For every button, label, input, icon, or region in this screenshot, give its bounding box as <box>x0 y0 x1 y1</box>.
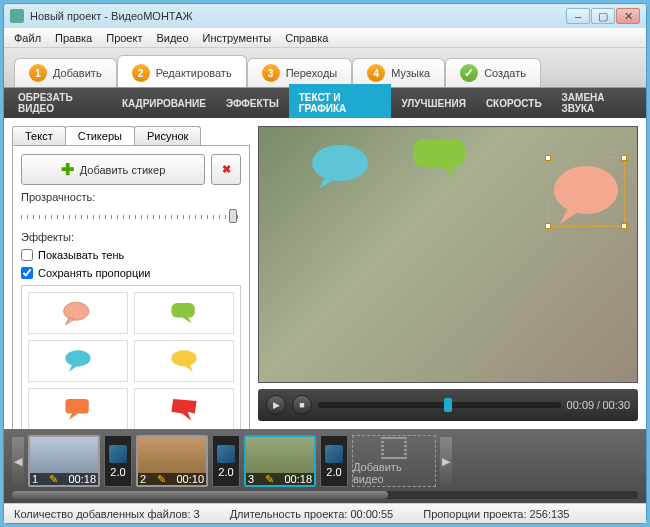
titlebar: Новый проект - ВидеоМОНТАЖ – ▢ ✕ <box>4 4 646 28</box>
svg-rect-1 <box>171 303 194 317</box>
menubar: Файл Правка Проект Видео Инструменты Спр… <box>4 28 646 48</box>
subtab-crop[interactable]: КАДРИРОВАНИЕ <box>112 90 216 117</box>
resize-handle[interactable] <box>621 223 627 229</box>
stop-button[interactable]: ■ <box>292 395 312 415</box>
step-transitions[interactable]: 3Переходы <box>247 58 353 87</box>
subtab-effects[interactable]: ЭФФЕКТЫ <box>216 90 289 117</box>
menu-project[interactable]: Проект <box>100 30 148 46</box>
sticker-selection[interactable] <box>547 157 625 227</box>
panel-tab-text[interactable]: Текст <box>12 126 66 145</box>
transition-2[interactable]: 2.0 <box>212 435 240 487</box>
app-window: Новый проект - ВидеоМОНТАЖ – ▢ ✕ Файл Пр… <box>3 3 647 524</box>
delete-icon: ✖ <box>222 163 231 176</box>
sticker-instance[interactable] <box>305 141 375 191</box>
sticker-option[interactable] <box>134 388 234 429</box>
delete-sticker-button[interactable]: ✖ <box>211 154 241 185</box>
shadow-checkbox-row[interactable]: Показывать тень <box>21 249 241 261</box>
svg-point-0 <box>64 302 89 320</box>
timeline-next[interactable]: ▶ <box>440 437 452 485</box>
transition-1[interactable]: 2.0 <box>104 435 132 487</box>
shadow-checkbox[interactable] <box>21 249 33 261</box>
svg-point-3 <box>171 350 196 366</box>
timeline-scrollbar[interactable] <box>12 491 638 499</box>
panel-tab-stickers[interactable]: Стикеры <box>65 126 135 145</box>
close-button[interactable]: ✕ <box>616 8 640 24</box>
sticker-palette[interactable] <box>21 285 241 429</box>
play-button[interactable]: ▶ <box>266 395 286 415</box>
preview-area: ▶ ■ 00:09 / 00:30 <box>258 126 638 421</box>
clip-1[interactable]: 1✎00:18 <box>28 435 100 487</box>
step-add[interactable]: 1Добавить <box>14 58 117 87</box>
opacity-thumb[interactable] <box>229 209 237 223</box>
keep-ratio-checkbox-row[interactable]: Сохранять пропорции <box>21 267 241 279</box>
transition-icon <box>109 445 127 463</box>
minimize-button[interactable]: – <box>566 8 590 24</box>
window-title: Новый проект - ВидеоМОНТАЖ <box>30 10 566 22</box>
pencil-icon: ✎ <box>265 473 274 486</box>
status-files: Количество добавленных файлов: 3 <box>14 508 200 520</box>
app-icon <box>10 9 24 23</box>
time-display: 00:09 / 00:30 <box>567 399 630 411</box>
transition-3[interactable]: 2.0 <box>320 435 348 487</box>
sticker-option[interactable] <box>28 340 128 382</box>
svg-rect-6 <box>413 139 465 167</box>
menu-help[interactable]: Справка <box>279 30 334 46</box>
step-edit[interactable]: 2Редактировать <box>117 55 247 87</box>
playback-controls: ▶ ■ 00:09 / 00:30 <box>258 389 638 421</box>
edit-subtabs: ОБРЕЗАТЬ ВИДЕО КАДРИРОВАНИЕ ЭФФЕКТЫ ТЕКС… <box>4 88 646 118</box>
opacity-label: Прозрачность: <box>21 191 241 203</box>
subtab-audio-replace[interactable]: ЗАМЕНА ЗВУКА <box>552 84 642 122</box>
maximize-button[interactable]: ▢ <box>591 8 615 24</box>
subtab-trim[interactable]: ОБРЕЗАТЬ ВИДЕО <box>8 84 112 122</box>
menu-tools[interactable]: Инструменты <box>197 30 278 46</box>
status-ratio: Пропорции проекта: 256:135 <box>423 508 569 520</box>
add-sticker-button[interactable]: ✚Добавить стикер <box>21 154 205 185</box>
svg-point-7 <box>554 166 618 214</box>
menu-edit[interactable]: Правка <box>49 30 98 46</box>
step-tabs: 1Добавить 2Редактировать 3Переходы 4Музы… <box>4 48 646 88</box>
pencil-icon: ✎ <box>157 473 166 486</box>
sticker-option[interactable] <box>28 388 128 429</box>
transition-icon <box>325 445 343 463</box>
status-duration: Длительность проекта: 00:00:55 <box>230 508 394 520</box>
opacity-slider[interactable] <box>21 215 241 219</box>
step-create[interactable]: ✓Создать <box>445 58 541 87</box>
step-music[interactable]: 4Музыка <box>352 58 445 87</box>
sticker-instance[interactable] <box>409 135 473 181</box>
timeline-prev[interactable]: ◀ <box>12 437 24 485</box>
sticker-option[interactable] <box>134 292 234 334</box>
stickers-panel: ✚Добавить стикер ✖ Прозрачность: Эффекты… <box>12 145 250 429</box>
resize-handle[interactable] <box>621 155 627 161</box>
statusbar: Количество добавленных файлов: 3 Длитель… <box>4 503 646 523</box>
subtab-text-graphics[interactable]: ТЕКСТ И ГРАФИКА <box>289 84 392 122</box>
clip-3[interactable]: 3✎00:18 <box>244 435 316 487</box>
resize-handle[interactable] <box>545 223 551 229</box>
svg-point-5 <box>312 145 368 181</box>
panel-tab-picture[interactable]: Рисунок <box>134 126 202 145</box>
sticker-option[interactable] <box>134 340 234 382</box>
resize-handle[interactable] <box>545 155 551 161</box>
timeline-scroll-thumb[interactable] <box>12 491 388 499</box>
seek-thumb[interactable] <box>444 398 452 412</box>
menu-video[interactable]: Видео <box>150 30 194 46</box>
subtab-speed[interactable]: СКОРОСТЬ <box>476 90 552 117</box>
subtab-enhance[interactable]: УЛУЧШЕНИЯ <box>391 90 475 117</box>
clip-2[interactable]: 2✎00:10 <box>136 435 208 487</box>
menu-file[interactable]: Файл <box>8 30 47 46</box>
add-video-button[interactable]: Добавить видео <box>352 435 436 487</box>
timeline: ◀ 1✎00:18 2.0 2✎00:10 2.0 3✎00:18 2.0 До… <box>4 429 646 503</box>
sticker-option[interactable] <box>28 292 128 334</box>
main-area: Текст Стикеры Рисунок ✚Добавить стикер ✖… <box>4 118 646 429</box>
seek-bar[interactable] <box>318 402 561 408</box>
svg-rect-4 <box>65 399 88 413</box>
film-icon <box>381 437 407 459</box>
transition-icon <box>217 445 235 463</box>
keep-ratio-checkbox[interactable] <box>21 267 33 279</box>
svg-point-2 <box>65 350 90 366</box>
plus-icon: ✚ <box>61 160 74 179</box>
left-panel: Текст Стикеры Рисунок ✚Добавить стикер ✖… <box>12 126 250 421</box>
effects-label: Эффекты: <box>21 231 241 243</box>
pencil-icon: ✎ <box>49 473 58 486</box>
preview-canvas[interactable] <box>258 126 638 383</box>
sticker-instance[interactable] <box>548 158 624 226</box>
